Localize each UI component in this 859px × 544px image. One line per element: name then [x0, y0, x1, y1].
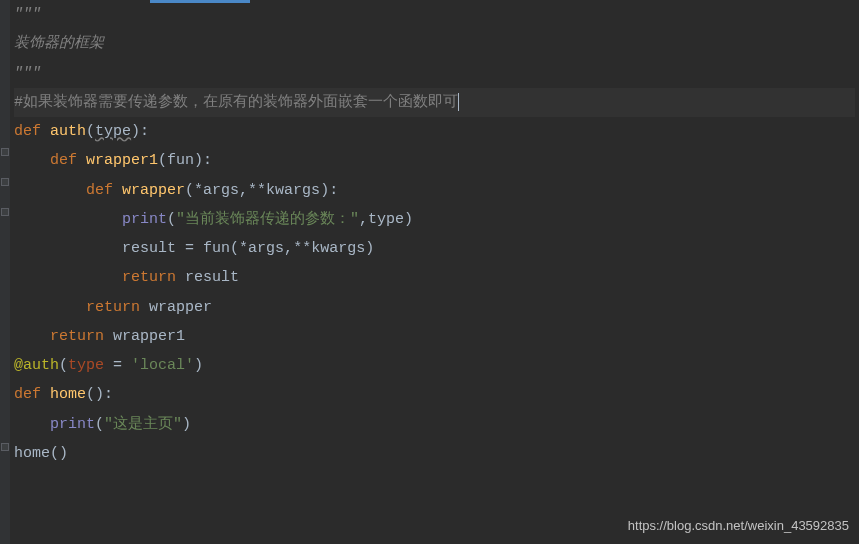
- param: *args: [239, 240, 284, 257]
- tab-indicator: [150, 0, 250, 3]
- docstring-delim: """: [14, 6, 41, 23]
- decorator-kwarg: type: [68, 357, 104, 374]
- code-line: def home():: [14, 380, 855, 409]
- code-line: return wrapper: [14, 293, 855, 322]
- code-line: print("当前装饰器传递的参数：",type): [14, 205, 855, 234]
- code-line: return result: [14, 263, 855, 292]
- code-line: return wrapper1: [14, 322, 855, 351]
- code-line: @auth(type = 'local'): [14, 351, 855, 380]
- param: **kwargs: [293, 240, 365, 257]
- identifier: type: [368, 211, 404, 228]
- identifier: wrapper1: [113, 328, 185, 345]
- param: type: [95, 123, 131, 140]
- code-line: def wrapper1(fun):: [14, 146, 855, 175]
- identifier: result: [185, 269, 239, 286]
- code-line-active: #如果装饰器需要传递参数，在原有的装饰器外面嵌套一个函数即可: [14, 88, 855, 117]
- decorator-at: @: [14, 357, 23, 374]
- code-line: result = fun(*args,**kwargs): [14, 234, 855, 263]
- code-line: home(): [14, 439, 855, 468]
- builtin-print: print: [50, 416, 95, 433]
- function-name: wrapper1: [86, 152, 158, 169]
- identifier: wrapper: [149, 299, 212, 316]
- param: *args: [194, 182, 239, 199]
- gutter: [0, 0, 10, 544]
- keyword-def: def: [50, 152, 77, 169]
- docstring-text: 装饰器的框架: [14, 35, 104, 52]
- fold-marker[interactable]: [1, 148, 9, 156]
- function-call: home: [14, 445, 50, 462]
- cursor: [458, 93, 459, 111]
- keyword-def: def: [14, 386, 41, 403]
- code-line: print("这是主页"): [14, 410, 855, 439]
- fold-marker[interactable]: [1, 178, 9, 186]
- keyword-return: return: [50, 328, 104, 345]
- code-editor[interactable]: """ 装饰器的框架 """ #如果装饰器需要传递参数，在原有的装饰器外面嵌套一…: [0, 0, 859, 544]
- code-line: def wrapper(*args,**kwargs):: [14, 176, 855, 205]
- comment: #如果装饰器需要传递参数，在原有的装饰器外面嵌套一个函数即可: [14, 94, 458, 111]
- decorator-name: auth: [23, 357, 59, 374]
- string-literal: "当前装饰器传递的参数：": [176, 211, 359, 228]
- code-line: """: [14, 0, 855, 29]
- function-name: auth: [50, 123, 86, 140]
- docstring-delim: """: [14, 65, 41, 82]
- keyword-return: return: [122, 269, 176, 286]
- string-literal: "这是主页": [104, 416, 182, 433]
- identifier: result: [122, 240, 176, 257]
- function-name: wrapper: [122, 182, 185, 199]
- code-area[interactable]: """ 装饰器的框架 """ #如果装饰器需要传递参数，在原有的装饰器外面嵌套一…: [10, 0, 859, 544]
- fold-marker[interactable]: [1, 208, 9, 216]
- param: fun: [167, 152, 194, 169]
- fold-marker[interactable]: [1, 443, 9, 451]
- keyword-def: def: [86, 182, 113, 199]
- keyword-def: def: [14, 123, 41, 140]
- code-line: def auth(type):: [14, 117, 855, 146]
- code-line: 装饰器的框架: [14, 29, 855, 58]
- string-literal: 'local': [131, 357, 194, 374]
- watermark: https://blog.csdn.net/weixin_43592835: [628, 513, 849, 538]
- keyword-return: return: [86, 299, 140, 316]
- function-name: home: [50, 386, 86, 403]
- identifier: fun: [203, 240, 230, 257]
- code-line: """: [14, 59, 855, 88]
- builtin-print: print: [122, 211, 167, 228]
- param: **kwargs: [248, 182, 320, 199]
